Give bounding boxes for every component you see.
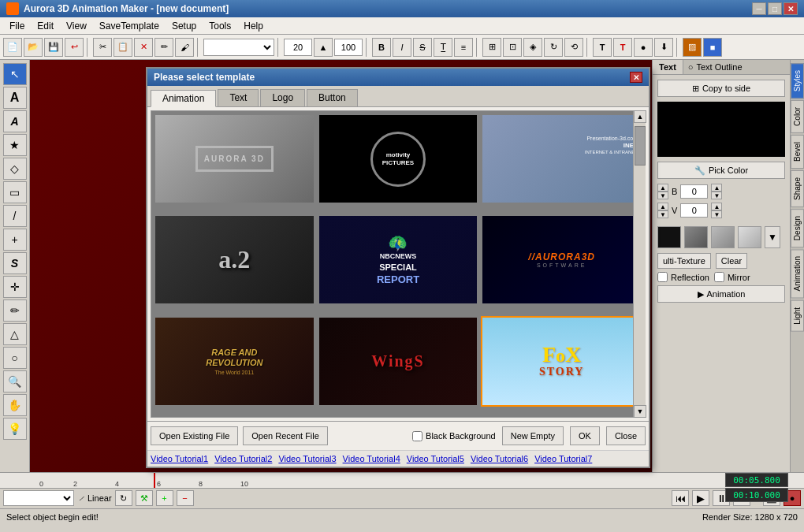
modal-title-bar: Please select template ✕: [147, 69, 649, 86]
template-grid: AURORA 3D motivityPICTURES: [151, 110, 646, 418]
tutorial-2[interactable]: Video Tutorial2: [214, 454, 272, 463]
modal-close-button[interactable]: ✕: [630, 72, 642, 83]
black-bg-check-label[interactable]: Black Background: [412, 431, 496, 441]
template-aurora-sw[interactable]: //AURORA3D SOFTWARE: [481, 214, 642, 305]
black-bg-label: Black Background: [426, 431, 496, 441]
modal-tab-button[interactable]: Button: [307, 89, 358, 106]
template-nbc[interactable]: 🦚 NBCNEWSSPECIALREPORT: [318, 214, 479, 305]
template-aurora3d[interactable]: AURORA 3D: [154, 113, 315, 204]
open-existing-button[interactable]: Open Existing File: [151, 426, 238, 445]
open-recent-button[interactable]: Open Recent File: [243, 426, 328, 445]
scrollbar-track[interactable]: ▲ ▼: [633, 110, 646, 418]
template-modal: Please select template ✕ Animation Text …: [146, 67, 650, 468]
new-empty-button[interactable]: New Empty: [502, 426, 564, 445]
tutorials-row: Video Tutorial1 Video Tutorial2 Video Tu…: [147, 450, 649, 467]
modal-overlay: Please select template ✕ Animation Text …: [0, 0, 804, 532]
template-fox[interactable]: FoX STORY: [481, 316, 642, 407]
scrollbar-thumb[interactable]: [635, 126, 646, 166]
template-wings[interactable]: WingS: [318, 316, 479, 407]
modal-tab-animation[interactable]: Animation: [151, 90, 216, 107]
tutorial-7[interactable]: Video Tutorial7: [534, 454, 592, 463]
modal-tab-text[interactable]: Text: [218, 89, 259, 106]
black-bg-checkbox[interactable]: [412, 431, 422, 441]
tutorial-3[interactable]: Video Tutorial3: [278, 454, 336, 463]
modal-content: AURORA 3D motivityPICTURES: [147, 106, 649, 421]
tutorial-1[interactable]: Video Tutorial1: [151, 454, 208, 463]
modal-title: Please select template: [154, 72, 255, 83]
modal-tab-logo[interactable]: Logo: [260, 89, 305, 106]
tutorial-5[interactable]: Video Tutorial5: [407, 454, 464, 463]
close-modal-button[interactable]: Close: [606, 426, 646, 445]
scroll-down-button[interactable]: ▼: [634, 405, 646, 418]
template-rage[interactable]: RAGE ANDREVOLUTION The World 2011: [154, 316, 315, 407]
modal-tabs: Animation Text Logo Button: [147, 86, 649, 106]
template-motivity[interactable]: motivityPICTURES: [318, 113, 479, 204]
ok-button[interactable]: OK: [570, 426, 600, 445]
template-inet[interactable]: i Presentation-3d.com INET INTERNET & IN…: [481, 113, 642, 204]
tutorial-6[interactable]: Video Tutorial6: [471, 454, 528, 463]
tutorial-4[interactable]: Video Tutorial4: [343, 454, 400, 463]
modal-footer: Open Existing File Open Recent File Blac…: [147, 421, 649, 450]
template-a2[interactable]: a.2: [154, 214, 315, 305]
scroll-up-button[interactable]: ▲: [634, 110, 646, 123]
